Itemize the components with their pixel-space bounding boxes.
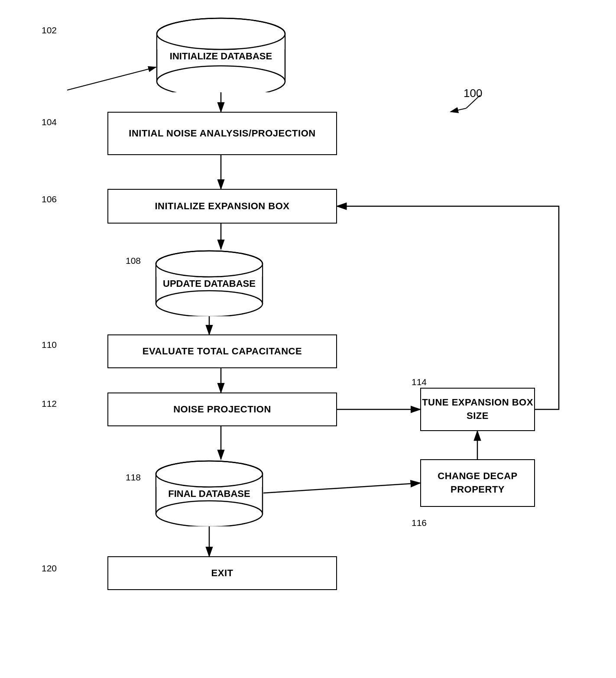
init-exp-text: INITIALIZE EXPANSION BOX — [155, 201, 289, 212]
label-106: 106 — [42, 194, 57, 204]
svg-line-18 — [451, 108, 466, 112]
label-120: 120 — [42, 563, 57, 574]
node-init-noise: INITIAL NOISE ANALYSIS/PROJECTION — [107, 112, 337, 155]
node-eval-cap: EVALUATE TOTAL CAPACITANCE — [107, 334, 337, 368]
svg-rect-3 — [157, 34, 285, 49]
label-108: 108 — [126, 256, 141, 266]
svg-line-27 — [263, 483, 420, 493]
node-update-db: UPDATE DATABASE — [155, 249, 263, 316]
label-116: 116 — [412, 518, 427, 528]
update-db-text: UPDATE DATABASE — [163, 278, 256, 290]
label-114: 114 — [412, 377, 427, 387]
noise-proj-text: NOISE PROJECTION — [173, 404, 271, 415]
change-decap-text: CHANGE DECAP PROPERTY — [421, 470, 534, 496]
node-init-db: INITIALIZE DATABASE — [156, 16, 286, 92]
svg-line-16 — [67, 67, 156, 90]
tune-exp-text: TUNE EXPANSION BOX SIZE — [421, 396, 534, 423]
label-112: 112 — [42, 399, 57, 409]
init-db-text: INITIALIZE DATABASE — [170, 50, 272, 63]
svg-point-2 — [157, 66, 285, 92]
init-noise-text: INITIAL NOISE ANALYSIS/PROJECTION — [129, 127, 315, 140]
label-110: 110 — [42, 340, 57, 350]
svg-point-12 — [156, 501, 263, 526]
label-102: 102 — [42, 25, 57, 36]
label-104: 104 — [42, 117, 57, 127]
svg-rect-8 — [156, 264, 262, 277]
node-tune-exp: TUNE EXPANSION BOX SIZE — [420, 388, 535, 431]
svg-point-7 — [156, 291, 263, 316]
eval-cap-text: EVALUATE TOTAL CAPACITANCE — [143, 346, 302, 357]
flowchart-diagram: 100 102 INITIALIZE DATABASE 104 INITIAL … — [0, 0, 616, 678]
node-change-decap: CHANGE DECAP PROPERTY — [420, 459, 535, 507]
exit-text: EXIT — [211, 568, 233, 579]
node-exit: EXIT — [107, 556, 337, 590]
node-noise-proj: NOISE PROJECTION — [107, 393, 337, 426]
node-init-exp: INITIALIZE EXPANSION BOX — [107, 189, 337, 224]
final-db-text: FINAL DATABASE — [168, 488, 250, 500]
label-100: 100 — [464, 87, 482, 100]
svg-rect-13 — [156, 474, 262, 487]
label-118: 118 — [126, 472, 141, 483]
node-final-db: FINAL DATABASE — [155, 459, 263, 526]
